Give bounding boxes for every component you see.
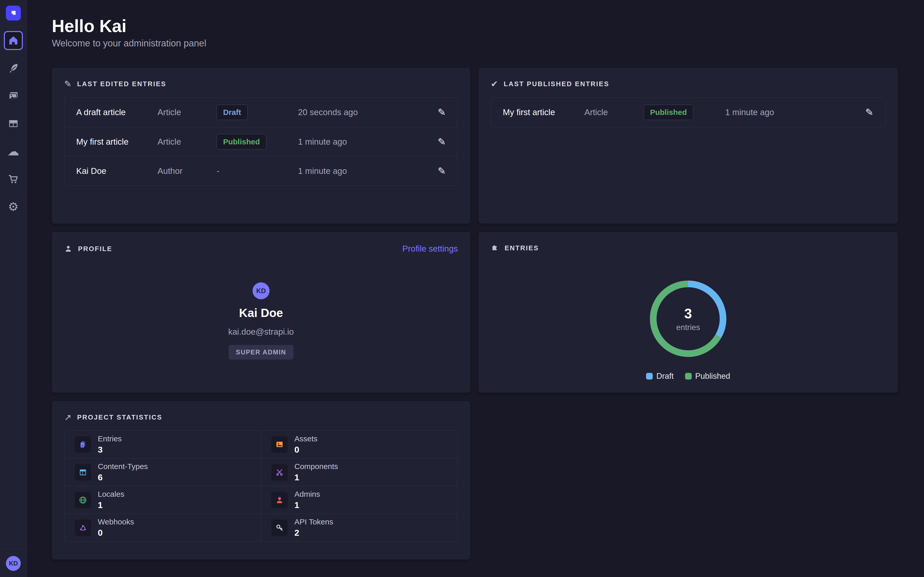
profile-settings-link[interactable]: Profile settings — [402, 244, 458, 254]
edit-entry-button[interactable]: ✎ — [438, 165, 446, 177]
entries-total: 3 — [684, 305, 692, 321]
role-badge: SUPER ADMIN — [229, 345, 293, 359]
sidebar-item-deploy[interactable]: ☁ — [4, 142, 23, 161]
sidebar-item-content-manager[interactable] — [4, 59, 23, 78]
sidebar-footer: KD — [0, 549, 27, 577]
sidebar-item-media-library[interactable] — [4, 86, 23, 105]
last-published-entries-table: My first article Article Published 1 min… — [491, 97, 885, 127]
status-empty: - — [216, 166, 220, 176]
last-published-entries-card: ✔ LAST PUBLISHED ENTRIES My first articl… — [478, 68, 898, 224]
project-statistics-header: ↗ PROJECT STATISTICS — [64, 413, 458, 422]
person-icon — [64, 245, 73, 253]
entries-donut-chart: 3 entries — [649, 280, 727, 357]
last-edited-entries-header: ✎ LAST EDITED ENTRIES — [64, 79, 458, 88]
donut-center: 3 entries — [649, 280, 727, 357]
stat-webhooks: Webhooks 0 — [65, 514, 261, 542]
trend-up-icon: ↗ — [64, 413, 72, 422]
stat-label: Entries — [98, 434, 122, 443]
stat-label: Admins — [294, 490, 320, 498]
assets-image-icon — [275, 440, 284, 449]
pencil-icon: ✎ — [64, 79, 72, 88]
admins-user-icon — [275, 495, 284, 504]
last-edited-entries-title: LAST EDITED ENTRIES — [77, 80, 166, 88]
legend-item-draft: Draft — [646, 372, 674, 381]
entry-time: 20 seconds ago — [298, 108, 428, 117]
last-published-entries-header: ✔ LAST PUBLISHED ENTRIES — [491, 79, 885, 88]
sidebar-item-content-type-builder[interactable] — [4, 114, 23, 133]
entry-time: 1 minute ago — [298, 166, 428, 176]
stat-assets: Assets 0 — [261, 430, 458, 458]
api-tokens-key-icon — [275, 523, 284, 532]
stat-label: API Tokens — [294, 517, 333, 526]
edit-entry-button[interactable]: ✎ — [865, 107, 874, 118]
entries-unit: entries — [676, 323, 700, 332]
home-icon — [8, 35, 19, 46]
entry-kind: Article — [158, 137, 216, 147]
profile-header: PROFILE — [64, 245, 112, 253]
entries-doc-icon — [78, 440, 87, 449]
published-swatch — [685, 373, 692, 380]
sidebar-user-avatar[interactable]: KD — [6, 556, 21, 571]
entries-header: ENTRIES — [491, 244, 885, 252]
last-published-entries-title: LAST PUBLISHED ENTRIES — [504, 80, 609, 88]
webhooks-icon — [78, 523, 87, 532]
table-row: A draft article Article Draft 20 seconds… — [65, 98, 458, 127]
strapi-logo-icon — [9, 9, 18, 18]
stat-components: Components 1 — [261, 458, 458, 486]
sidebar-nav: ☁ ⚙ — [4, 31, 23, 216]
sidebar-item-settings[interactable]: ⚙ — [4, 197, 23, 216]
edit-entry-button[interactable]: ✎ — [438, 107, 446, 118]
profile-email: kai.doe@strapi.io — [228, 327, 294, 337]
legend-label: Published — [695, 372, 730, 381]
entries-card: ENTRIES 3 entries Draft Published — [478, 232, 898, 393]
stat-label: Content-Types — [98, 462, 148, 471]
stat-value: 0 — [98, 528, 134, 538]
profile-avatar: KD — [252, 282, 270, 299]
status-badge: Published — [644, 105, 693, 120]
profile-name: Kai Doe — [239, 306, 283, 320]
status-badge: Draft — [216, 105, 247, 120]
project-statistics-grid: Entries 3 Assets 0 — [64, 430, 458, 542]
entry-name: A draft article — [76, 108, 158, 117]
content-types-icon — [78, 468, 87, 477]
sidebar-item-marketplace[interactable] — [4, 169, 23, 189]
main-content: Hello Kai Welcome to your administration… — [27, 0, 924, 577]
components-icon — [275, 468, 284, 477]
stat-label: Components — [294, 462, 338, 471]
donut-legend: Draft Published — [491, 372, 885, 381]
stat-api-tokens: API Tokens 2 — [261, 514, 458, 542]
last-edited-entries-table: A draft article Article Draft 20 seconds… — [64, 97, 458, 186]
stat-content-types: Content-Types 6 — [65, 458, 261, 486]
entries-title: ENTRIES — [505, 244, 539, 252]
check-circle-icon: ✔ — [491, 79, 498, 88]
project-statistics-title: PROJECT STATISTICS — [77, 413, 163, 421]
last-edited-entries-card: ✎ LAST EDITED ENTRIES A draft article Ar… — [52, 68, 470, 224]
feather-content-icon — [8, 63, 19, 74]
puzzle-icon — [491, 244, 499, 252]
strapi-logo[interactable] — [6, 6, 21, 21]
legend-item-published: Published — [685, 372, 730, 381]
page-title: Hello Kai — [52, 16, 126, 36]
sidebar-item-home[interactable] — [4, 31, 23, 50]
entry-time: 1 minute ago — [298, 137, 428, 147]
profile-title: PROFILE — [78, 245, 112, 253]
edit-entry-button[interactable]: ✎ — [438, 136, 446, 147]
stat-value: 1 — [98, 500, 124, 510]
legend-label: Draft — [656, 372, 674, 381]
stat-entries: Entries 3 — [65, 430, 261, 458]
page-subtitle: Welcome to your administration panel — [52, 38, 206, 49]
entry-kind: Author — [158, 166, 216, 176]
gear-icon: ⚙ — [8, 201, 18, 213]
stat-value: 3 — [98, 445, 122, 455]
table-row: Kai Doe Author - 1 minute ago ✎ — [65, 156, 458, 185]
sidebar: ☁ ⚙ KD — [0, 0, 27, 577]
stat-label: Locales — [98, 490, 124, 498]
stat-value: 2 — [294, 528, 333, 538]
draft-swatch — [646, 373, 653, 380]
locales-globe-icon — [78, 495, 87, 504]
stat-locales: Locales 1 — [65, 486, 261, 514]
entry-time: 1 minute ago — [725, 108, 856, 117]
layout-builder-icon — [7, 118, 19, 129]
stat-value: 1 — [294, 500, 320, 510]
stat-label: Webhooks — [98, 517, 134, 526]
